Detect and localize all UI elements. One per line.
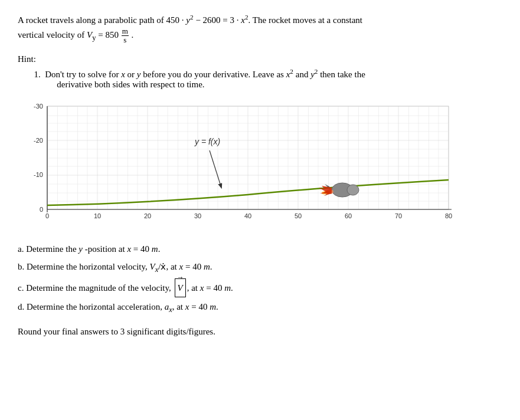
question-a: a. Determine the y -position at x = 40 m… xyxy=(18,241,502,258)
question-d-text: d. Determine the horizontal acceleration… xyxy=(18,298,218,317)
hint-title: Hint: xyxy=(18,54,502,64)
svg-text:-20: -20 xyxy=(34,137,43,144)
svg-text:30: 30 xyxy=(194,212,201,219)
svg-point-73 xyxy=(347,185,359,195)
hint-list: 1. Don't try to solve for x or y before … xyxy=(18,68,502,90)
question-c-text: c. Determine the magnitude of the veloci… xyxy=(18,280,174,297)
svg-text:-10: -10 xyxy=(34,171,43,178)
svg-text:20: 20 xyxy=(144,212,151,219)
svg-text:-30: -30 xyxy=(34,103,43,110)
question-d: d. Determine the horizontal acceleration… xyxy=(18,298,502,317)
graph-container: -30 -20 -10 0 0 10 20 30 40 50 60 70 80 … xyxy=(24,100,460,230)
svg-text:70: 70 xyxy=(395,212,402,219)
problem-text: A rocket travels along a parabolic path … xyxy=(18,15,362,25)
svg-text:50: 50 xyxy=(295,212,302,219)
graph-svg: -30 -20 -10 0 0 10 20 30 40 50 60 70 80 … xyxy=(24,100,460,230)
svg-text:40: 40 xyxy=(244,212,251,219)
velocity-magnitude-box: V xyxy=(175,278,186,298)
svg-text:0: 0 xyxy=(40,206,43,213)
svg-text:10: 10 xyxy=(94,212,101,219)
svg-text:y = f(x): y = f(x) xyxy=(194,137,220,146)
question-c-end: , at x = 40 m. xyxy=(187,280,233,297)
svg-text:60: 60 xyxy=(345,212,352,219)
problem-statement: A rocket travels along a parabolic path … xyxy=(18,12,502,45)
svg-text:0: 0 xyxy=(45,212,49,219)
velocity-text: vertical velocity of Vy = 850 m s . xyxy=(18,30,133,40)
hint-item-1: 1. Don't try to solve for x or y before … xyxy=(30,68,502,90)
hint-section: Hint: 1. Don't try to solve for x or y b… xyxy=(18,54,502,90)
final-note-text: Round your final answers to 3 significan… xyxy=(18,327,215,336)
questions-section: a. Determine the y -position at x = 40 m… xyxy=(18,241,502,318)
question-c: c. Determine the magnitude of the veloci… xyxy=(18,278,502,298)
final-note: Round your final answers to 3 significan… xyxy=(18,327,502,337)
svg-text:80: 80 xyxy=(445,212,452,219)
question-b: b. Determine the horizontal velocity, Vx… xyxy=(18,258,502,277)
question-a-text: a. Determine the y -position at x = 40 m… xyxy=(18,241,160,258)
